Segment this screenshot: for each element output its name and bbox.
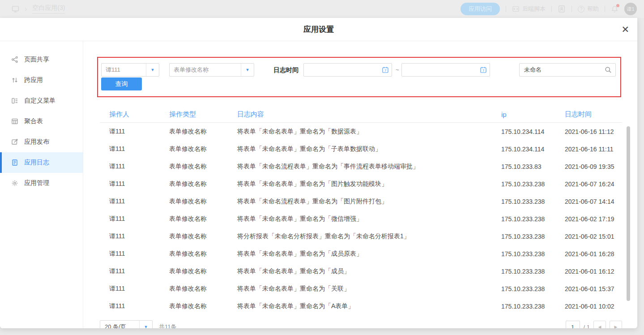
cell-content: 将表单「未命名表单」重命名为「图片触发功能模块」 [228, 180, 491, 188]
cell-type: 表单修改名称 [160, 215, 228, 223]
cell-type: 表单修改名称 [160, 180, 228, 188]
cell-operator: 谭111 [100, 198, 160, 206]
page-size-value: 20 条/页 [100, 321, 139, 328]
column-header: 日志内容 [228, 110, 491, 119]
table-row[interactable]: 谭111 表单修改名称 将表单「未命名表单」重命名为「子表单数据联动」 175.… [100, 140, 622, 158]
next-page-button[interactable]: ▶ [610, 321, 622, 328]
cell-type: 表单修改名称 [160, 145, 228, 153]
page-size-select[interactable]: 20 条/页 ▼ [100, 320, 153, 328]
sidebar-item-app-log[interactable]: 应用日志 [0, 152, 83, 173]
caret-left-icon: ◀ [598, 325, 601, 328]
sidebar-item-app-manage[interactable]: 应用管理 [0, 173, 83, 193]
table-row[interactable]: 谭111 表单修改名称 将分析报表「未命名分析报表」重命名为「未命名分析报表1」… [100, 228, 622, 245]
sidebar-item-label: 聚合表 [24, 117, 43, 125]
workspace-icon[interactable] [12, 5, 19, 13]
table-row[interactable]: 谭111 表单修改名称 将表单「未命名表单」重命名为「数据源表」 175.10.… [100, 123, 622, 140]
page-number-input[interactable] [566, 321, 580, 328]
table-row[interactable]: 谭111 表单修改名称 将表单「未命名表单」重命名为「图片触发功能模块」 175… [100, 175, 622, 193]
table-row[interactable]: 谭111 表单修改名称 将表单「未命名表单」重命名为「关联」 175.10.23… [100, 280, 622, 297]
cell-operator: 谭111 [100, 145, 160, 153]
svg-text:7: 7 [384, 69, 386, 73]
pagination-bar: 20 条/页 ▼ 共11条 / 1 ◀ ▶ [100, 319, 622, 328]
help-button[interactable]: ? 帮助 [578, 5, 599, 13]
code-icon [512, 5, 520, 13]
app-name[interactable]: 空白应用(3) [32, 4, 65, 14]
operator-select[interactable]: 谭111 ▼ [101, 63, 159, 77]
divider [571, 6, 572, 12]
cell-operator: 谭111 [100, 163, 160, 171]
cell-content: 将表单「未命名表单」重命名为「关联」 [228, 285, 491, 293]
app-access-button[interactable]: 应用访问 [461, 3, 500, 15]
column-header: 日志时间 [555, 110, 622, 119]
search-icon[interactable] [601, 66, 615, 73]
chevron-down-icon: ▼ [139, 321, 152, 328]
calendar-icon[interactable]: 7 [379, 66, 392, 73]
cell-time: 2021-06-16 11:12 [555, 128, 622, 135]
cell-time: 2021-06-02 15:01 [555, 233, 622, 240]
cell-time: 2021-06-01 10:02 [555, 303, 622, 310]
search-field [519, 63, 616, 77]
cell-operator: 谭111 [100, 285, 160, 293]
notifications-button[interactable] [611, 5, 618, 13]
cell-time: 2021-06-01 16:12 [555, 268, 622, 275]
sidebar-item-page-share[interactable]: 页面共享 [0, 49, 83, 70]
close-icon[interactable]: ✕ [621, 18, 629, 41]
cell-content: 将表单「未命名流程表单」重命名为「图片附件打包」 [228, 198, 491, 206]
search-input[interactable] [520, 64, 601, 76]
total-count: 共11条 [159, 323, 177, 328]
settings-sidebar: 页面共享 跨应用 自定义菜单 聚合表 应用发布 应用日志 应用管理 [0, 41, 83, 328]
share-icon [11, 56, 18, 63]
sidebar-item-custom-menu[interactable]: 自定义菜单 [0, 90, 83, 111]
cell-type: 表单修改名称 [160, 267, 228, 275]
contacts-icon[interactable] [558, 5, 566, 13]
table-row[interactable]: 谭111 表单修改名称 将表单「未命名流程表单」重命名为「图片附件打包」 175… [100, 193, 622, 210]
vertical-scrollbar[interactable] [627, 126, 630, 301]
sidebar-item-label: 应用管理 [24, 179, 49, 187]
sidebar-item-cross-app[interactable]: 跨应用 [0, 70, 83, 90]
operation-type-select[interactable]: 表单修改名称 ▼ [169, 63, 254, 77]
date-end-input[interactable] [402, 64, 477, 76]
cell-type: 表单修改名称 [160, 302, 228, 310]
table-row[interactable]: 谭111 表单修改名称 将表单「未命名表单」重命名为「A表单」 175.10.2… [100, 297, 622, 315]
cell-content: 将表单「未命名流程表单」重命名为「事件流程表单移动端审批」 [228, 163, 491, 171]
cell-ip: 175.10.233.238 [491, 268, 555, 275]
operator-select-value: 谭111 [102, 64, 146, 76]
gear-icon [11, 180, 18, 187]
table-row[interactable]: 谭111 表单修改名称 将表单「未命名表单」重命名为「成员」 175.10.23… [100, 262, 622, 280]
table-icon [11, 118, 18, 125]
sidebar-item-label: 应用日志 [24, 159, 49, 167]
filter-highlight-box: 谭111 ▼ 表单修改名称 ▼ 日志时间 7 [97, 57, 621, 97]
backend-script-button[interactable]: 后端脚本 [512, 5, 546, 13]
cross-app-icon [11, 77, 18, 84]
app-settings-modal: 应用设置 ✕ 页面共享 跨应用 自定义菜单 聚合表 应用发布 应用日志 应用管理 [0, 18, 637, 328]
page-total: / 1 [584, 324, 590, 329]
chevron-down-icon: ▼ [241, 64, 254, 76]
sidebar-item-app-publish[interactable]: 应用发布 [0, 132, 83, 152]
prev-page-button[interactable]: ◀ [593, 321, 606, 328]
caret-right-icon: ▶ [614, 325, 618, 328]
cell-ip: 175.10.234.114 [491, 146, 555, 153]
cell-type: 表单修改名称 [160, 232, 228, 241]
cell-type: 表单修改名称 [160, 128, 228, 136]
cell-content: 将表单「未命名表单」重命名为「成员原表」 [228, 250, 491, 258]
chevron-down-icon: ▼ [146, 64, 159, 76]
calendar-icon[interactable]: 7 [477, 66, 490, 73]
notification-dot [616, 4, 619, 7]
table-row[interactable]: 谭111 表单修改名称 将表单「未命名流程表单」重命名为「事件流程表单移动端审批… [100, 158, 622, 175]
date-end-field: 7 [401, 63, 490, 77]
main-content: 谭111 ▼ 表单修改名称 ▼ 日志时间 7 [84, 41, 637, 328]
date-start-input[interactable] [304, 64, 379, 76]
avatar[interactable]: 谭1 [624, 3, 637, 15]
cell-content: 将表单「未命名表单」重命名为「微信增强」 [228, 215, 491, 223]
cell-operator: 谭111 [100, 232, 160, 241]
column-header: ip [491, 111, 555, 118]
cell-content: 将分析报表「未命名分析报表」重命名为「未命名分析报表1」 [228, 232, 491, 241]
cell-type: 表单修改名称 [160, 285, 228, 293]
screen: › 空白应用(3) 应用访问 后端脚本 [0, 0, 644, 335]
cell-operator: 谭111 [100, 128, 160, 136]
table-row[interactable]: 谭111 表单修改名称 将表单「未命名表单」重命名为「成员原表」 175.10.… [100, 245, 622, 262]
query-button[interactable]: 查询 [101, 77, 142, 90]
top-bar: › 空白应用(3) 应用访问 后端脚本 [0, 0, 644, 18]
table-row[interactable]: 谭111 表单修改名称 将表单「未命名表单」重命名为「微信增强」 175.10.… [100, 210, 622, 228]
sidebar-item-aggregate-table[interactable]: 聚合表 [0, 111, 83, 132]
